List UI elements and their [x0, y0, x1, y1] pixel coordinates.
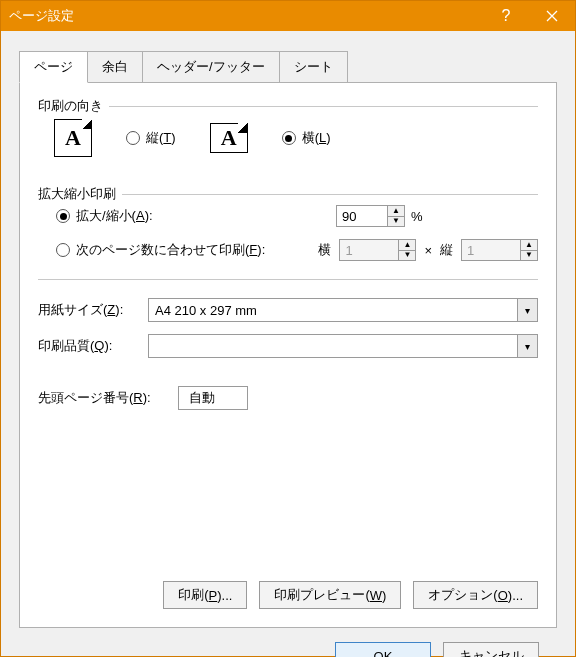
divider — [38, 279, 538, 280]
pages-wide-label: 横 — [318, 241, 331, 259]
tab-margins[interactable]: 余白 — [87, 51, 143, 83]
spinner-up-icon[interactable]: ▲ — [388, 206, 404, 217]
spinner-down-icon[interactable]: ▼ — [388, 217, 404, 227]
scaling-group: 拡大縮小印刷 拡大/縮小(A): 90 ▲▼ — [38, 185, 538, 261]
orientation-group: 印刷の向き A 縦(T) A 横(L) — [38, 97, 538, 161]
pages-tall-label: 縦 — [440, 241, 453, 259]
spinner-down-icon[interactable]: ▼ — [521, 251, 537, 261]
print-preview-button[interactable]: 印刷プレビュー(W) — [259, 581, 401, 609]
first-page-input[interactable]: 自動 — [178, 386, 248, 410]
pages-tall-value[interactable]: 1 — [462, 240, 520, 260]
pages-wide-value[interactable]: 1 — [340, 240, 398, 260]
scaling-adjust-radio[interactable]: 拡大/縮小(A): — [56, 207, 153, 225]
orientation-landscape-radio[interactable]: 横(L) — [282, 129, 331, 147]
percent-label: % — [411, 209, 423, 224]
tab-sheet[interactable]: シート — [279, 51, 348, 83]
first-page-value: 自動 — [189, 389, 215, 407]
ok-button[interactable]: OK — [335, 642, 431, 657]
close-button[interactable] — [529, 1, 575, 31]
chevron-down-icon[interactable]: ▾ — [517, 335, 537, 357]
scaling-adjust-label: 拡大/縮小(A): — [76, 207, 153, 225]
orientation-portrait-radio[interactable]: 縦(T) — [126, 129, 176, 147]
print-button[interactable]: 印刷(P)... — [163, 581, 247, 609]
window-title: ページ設定 — [1, 7, 483, 25]
help-button[interactable]: ? — [483, 1, 529, 31]
tab-page[interactable]: ページ — [19, 51, 88, 83]
orientation-landscape-label: 横(L) — [302, 129, 331, 147]
scaling-group-label: 拡大縮小印刷 — [38, 185, 122, 203]
pages-tall-spinner[interactable]: 1 ▲▼ — [461, 239, 538, 261]
cancel-button[interactable]: キャンセル — [443, 642, 539, 657]
page-setup-dialog: ページ設定 ? ページ 余白 ヘッダー/フッター シート 印刷の向き A — [0, 0, 576, 657]
orientation-group-label: 印刷の向き — [38, 97, 109, 115]
scaling-fit-radio[interactable]: 次のページ数に合わせて印刷(F): — [56, 241, 265, 259]
scaling-adjust-spinner[interactable]: 90 ▲▼ — [336, 205, 405, 227]
tab-bar: ページ 余白 ヘッダー/フッター シート — [19, 51, 557, 83]
paper-size-label: 用紙サイズ(Z): — [38, 301, 148, 319]
portrait-icon: A — [54, 119, 92, 157]
tab-panel-page: 印刷の向き A 縦(T) A 横(L) — [19, 82, 557, 628]
dialog-content: ページ 余白 ヘッダー/フッター シート 印刷の向き A 縦(T) — [1, 31, 575, 657]
titlebar: ページ設定 ? — [1, 1, 575, 31]
first-page-label: 先頭ページ番号(R): — [38, 389, 178, 407]
chevron-down-icon[interactable]: ▾ — [517, 299, 537, 321]
scaling-fit-label: 次のページ数に合わせて印刷(F): — [76, 241, 265, 259]
pages-wide-spinner[interactable]: 1 ▲▼ — [339, 239, 416, 261]
paper-size-value: A4 210 x 297 mm — [149, 299, 517, 321]
print-quality-combo[interactable]: ▾ — [148, 334, 538, 358]
orientation-portrait-label: 縦(T) — [146, 129, 176, 147]
landscape-icon: A — [210, 123, 248, 153]
options-button[interactable]: オプション(O)... — [413, 581, 538, 609]
spinner-up-icon[interactable]: ▲ — [399, 240, 415, 251]
spinner-up-icon[interactable]: ▲ — [521, 240, 537, 251]
paper-size-combo[interactable]: A4 210 x 297 mm ▾ — [148, 298, 538, 322]
close-icon — [546, 10, 558, 22]
tab-header-footer[interactable]: ヘッダー/フッター — [142, 51, 280, 83]
scaling-adjust-value[interactable]: 90 — [337, 206, 387, 226]
spinner-down-icon[interactable]: ▼ — [399, 251, 415, 261]
dialog-footer: OK キャンセル — [19, 628, 557, 657]
print-quality-label: 印刷品質(Q): — [38, 337, 148, 355]
times-label: × — [424, 243, 432, 258]
print-quality-value — [149, 335, 517, 357]
